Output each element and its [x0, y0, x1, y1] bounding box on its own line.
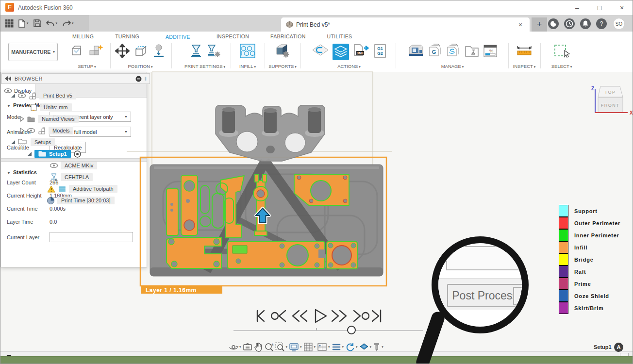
stat-label: Layer Time	[7, 219, 50, 225]
tree-item-units[interactable]: Units: mm	[1, 101, 150, 113]
visual-style-icon[interactable]: ▾	[359, 343, 372, 351]
tab-turning[interactable]: TURNING	[115, 33, 139, 39]
group-label-actions[interactable]: ACTIONS▾	[337, 64, 361, 69]
legend-row: Skirt/Brim	[559, 302, 620, 314]
group-label-manage[interactable]: MANAGE▾	[441, 64, 464, 69]
tree-item-setup1[interactable]: Setup1	[1, 148, 150, 160]
print-setting-icon	[50, 173, 58, 181]
gcode-documents-icon[interactable]: G	[428, 44, 443, 60]
simulate-additive-toolpath-icon[interactable]	[333, 44, 349, 60]
group-label-select[interactable]: SELECT▾	[551, 64, 572, 69]
legend-row: Raft	[559, 265, 620, 278]
group-label-inspect[interactable]: INSPECT▾	[513, 64, 536, 69]
save-icon[interactable]	[33, 19, 41, 27]
new-tab-button[interactable]: +	[532, 17, 547, 32]
help-icon[interactable]: ?	[596, 18, 607, 29]
machine-tool-icon[interactable]: ▾	[373, 342, 383, 352]
document-tab-close-icon[interactable]: ×	[516, 21, 525, 29]
tree-item-print-setting[interactable]: CFHTPLA	[1, 171, 150, 183]
look-at-icon[interactable]	[243, 343, 252, 351]
go-to-end-button[interactable]	[372, 310, 381, 322]
tree-item-print-time[interactable]: Print Time [30:20:03]	[1, 195, 150, 206]
navigation-toolbar: ▾ ± ▾ ▾ ▾ ▾ ▾ ▾ ▾ ▾	[229, 341, 383, 353]
next-operation-button[interactable]	[354, 311, 369, 321]
previous-operation-button[interactable]	[271, 311, 285, 321]
document-tab[interactable]: Print Bed v5* ×	[281, 17, 530, 32]
tab-fabrication[interactable]: FABRICATION	[270, 33, 306, 39]
place-on-platform-icon[interactable]	[152, 44, 166, 60]
machine-library-icon[interactable]	[407, 44, 425, 60]
orbit-icon[interactable]: ▾	[229, 342, 241, 352]
viewports-icon[interactable]: ▾	[317, 343, 330, 352]
tree-item-machine[interactable]: ACME MKiv	[1, 160, 150, 171]
magnified-post-process-button[interactable]: Post Process	[447, 284, 523, 307]
step-forward-button[interactable]	[332, 311, 346, 321]
export-3mf-icon[interactable]: 3MF	[352, 44, 370, 60]
group-label-supports[interactable]: SUPPORTS▾	[268, 64, 297, 69]
file-menu-icon[interactable]: ▾	[18, 19, 29, 28]
go-to-start-button[interactable]	[257, 311, 264, 321]
zoom-window-icon[interactable]: ▾	[275, 342, 288, 352]
zoom-icon[interactable]: ±	[264, 342, 274, 352]
fusion360-window: F Autodesk Fusion 360 – □ × ▾ ▾ ▾	[0, 0, 633, 364]
tree-item-models[interactable]: Models	[1, 125, 150, 136]
print-settings-edit-icon[interactable]	[206, 44, 221, 60]
orientation-cube-icon[interactable]	[133, 44, 149, 60]
tree-item-additive-toolpath[interactable]: Additive Toolpath	[1, 183, 150, 195]
grid-settings-icon[interactable]: ▾	[303, 342, 316, 352]
autodesk-badge-icon[interactable]: A	[614, 343, 623, 352]
app-grid-icon[interactable]	[5, 19, 14, 28]
pan-icon[interactable]	[254, 342, 263, 352]
tree-item-print-bed[interactable]: Print Bed v5	[1, 90, 150, 101]
undo-icon[interactable]: ▾	[46, 20, 58, 27]
notifications-bell-icon[interactable]	[580, 18, 591, 29]
select-icon[interactable]	[553, 44, 570, 60]
tool-library-icon[interactable]	[464, 44, 480, 60]
user-avatar[interactable]: SO	[613, 18, 625, 30]
post-process-gcode-icon[interactable]: G1G2	[373, 44, 387, 60]
browser-header[interactable]: BROWSER ‖	[1, 73, 150, 84]
job-status-clock-icon[interactable]	[564, 18, 575, 29]
toolpath-documents-icon[interactable]	[446, 44, 461, 60]
tree-item-setups[interactable]: Setups	[1, 136, 150, 148]
maximize-button[interactable]: □	[589, 0, 610, 15]
supports-icon[interactable]	[274, 44, 291, 60]
group-label-infill[interactable]: INFILL▾	[239, 64, 256, 69]
setup-badge-label: Setup1	[594, 344, 612, 350]
play-button[interactable]	[316, 310, 326, 322]
tree-item-named-views[interactable]: Named Views	[1, 113, 150, 125]
minimize-button[interactable]: –	[566, 0, 588, 15]
timeline-slider-handle[interactable]	[347, 326, 356, 334]
group-label-position[interactable]: POSITION▾	[128, 64, 153, 69]
new-folder-setup-icon[interactable]	[88, 44, 104, 60]
workspace-selector[interactable]: MANUFACTURE▾	[8, 43, 58, 61]
step-back-button[interactable]	[293, 311, 307, 321]
ribbon: MANUFACTURE▾ SETUP▾ POSITION▾ PRINT SET	[0, 41, 633, 72]
collapsed-arrow-icon	[20, 116, 24, 122]
view-cube[interactable]: TOP FRONT Z X	[589, 81, 633, 119]
print-settings-icon[interactable]	[189, 44, 203, 60]
tab-utilities[interactable]: UTILITIES	[327, 33, 352, 39]
infill-icon[interactable]	[240, 44, 255, 60]
svg-text:Layer 1 / 1.16mm: Layer 1 / 1.16mm	[146, 287, 197, 294]
extensions-icon[interactable]	[548, 18, 559, 29]
svg-text:%: %	[489, 49, 493, 53]
tab-milling[interactable]: MILLING	[72, 33, 94, 39]
measure-icon[interactable]	[516, 44, 533, 60]
group-label-setup[interactable]: SETUP▾	[78, 64, 96, 69]
display-settings-icon[interactable]: ▾	[289, 343, 302, 352]
tab-additive[interactable]: ADDITIVE	[161, 34, 195, 42]
task-manager-icon[interactable]: %	[483, 44, 498, 60]
move-icon[interactable]	[115, 44, 130, 60]
redo-icon[interactable]: ▾	[62, 20, 74, 27]
tab-inspection[interactable]: INSPECTION	[217, 33, 249, 39]
refresh-icon[interactable]: ▾	[345, 342, 358, 352]
group-label-print-settings[interactable]: PRINT SETTINGS▾	[184, 64, 225, 69]
timeline-track[interactable]	[233, 330, 423, 331]
steps-icon[interactable]: ▾	[332, 343, 344, 351]
new-setup-icon[interactable]	[70, 44, 85, 60]
close-button[interactable]: ×	[611, 0, 633, 15]
viewport-canvas[interactable]: Layer 1 / 1.16mm BROWSER ‖ Print Bed v5	[0, 72, 633, 364]
generate-toolpath-icon[interactable]	[312, 44, 329, 60]
svg-text:G: G	[432, 49, 436, 55]
